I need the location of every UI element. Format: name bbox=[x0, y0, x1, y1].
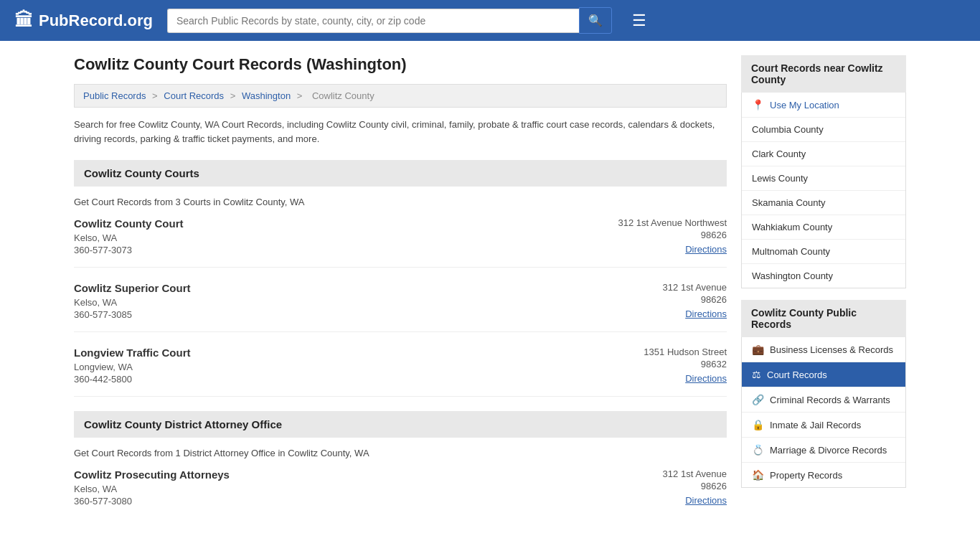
sidebar: Court Records near Cowlitz County 📍 Use … bbox=[741, 55, 906, 532]
logo-text: PubRecord.org bbox=[39, 11, 153, 30]
search-bar: 🔍 bbox=[167, 7, 612, 34]
inmate-label: Inmate & Jail Records bbox=[770, 420, 861, 430]
clark-label: Clark County bbox=[752, 149, 806, 159]
criminal-label: Criminal Records & Warrants bbox=[770, 395, 890, 405]
da-location-1: Kelso, WA bbox=[74, 484, 230, 494]
search-input[interactable] bbox=[167, 9, 579, 33]
da-name-1: Cowlitz Prosecuting Attorneys bbox=[74, 468, 230, 481]
marriage-label: Marriage & Divorce Records bbox=[770, 445, 887, 456]
court-entry-2: Cowlitz Superior Court Kelso, WA 360-577… bbox=[74, 282, 727, 332]
court-zip-3: 98632 bbox=[569, 359, 727, 369]
hamburger-button[interactable]: ☰ bbox=[626, 9, 652, 33]
criminal-icon: 🔗 bbox=[752, 394, 764, 405]
search-button[interactable]: 🔍 bbox=[579, 7, 612, 34]
court-name-1: Cowlitz County Court bbox=[74, 217, 183, 230]
da-zip-1: 98626 bbox=[569, 481, 727, 491]
da-directions-1[interactable]: Directions bbox=[685, 495, 727, 506]
breadcrumb: Public Records > Court Records > Washing… bbox=[74, 84, 727, 108]
sidebar-item-lewis[interactable]: Lewis County bbox=[742, 166, 905, 191]
lewis-label: Lewis County bbox=[752, 173, 808, 184]
court-phone-3: 360-442-5800 bbox=[74, 374, 191, 385]
court-info-1: Cowlitz County Court Kelso, WA 360-577-3… bbox=[74, 217, 183, 255]
court-info-3: Longview Traffic Court Longview, WA 360-… bbox=[74, 347, 191, 385]
sidebar-item-skamania[interactable]: Skamania County bbox=[742, 191, 905, 215]
court-icon: ⚖ bbox=[752, 369, 761, 380]
page-description: Search for free Cowlitz County, WA Court… bbox=[74, 118, 727, 146]
courts-section-header: Cowlitz County Courts bbox=[74, 160, 727, 187]
use-location-label: Use My Location bbox=[770, 100, 839, 110]
breadcrumb-public-records[interactable]: Public Records bbox=[83, 90, 146, 101]
sidebar-item-business[interactable]: 💼 Business Licenses & Records bbox=[742, 337, 905, 362]
court-street-2: 312 1st Avenue bbox=[569, 282, 727, 293]
wahkiakum-label: Wahkiakum County bbox=[752, 222, 832, 232]
property-label: Property Records bbox=[770, 470, 842, 481]
sidebar-pubrecords-header: Cowlitz County Public Records bbox=[741, 300, 906, 337]
location-pin-icon: 📍 bbox=[752, 99, 764, 110]
sidebar-pubrecords-list: 💼 Business Licenses & Records ⚖ Court Re… bbox=[741, 337, 906, 488]
sidebar-item-property[interactable]: 🏠 Property Records bbox=[742, 463, 905, 487]
court-name-3: Longview Traffic Court bbox=[74, 347, 191, 359]
court-entry-3: Longview Traffic Court Longview, WA 360-… bbox=[74, 347, 727, 397]
breadcrumb-sep-2: > bbox=[230, 90, 238, 101]
breadcrumb-sep-1: > bbox=[152, 90, 160, 101]
sidebar-item-columbia[interactable]: Columbia County bbox=[742, 118, 905, 142]
court-directions-1[interactable]: Directions bbox=[685, 244, 727, 255]
breadcrumb-washington[interactable]: Washington bbox=[242, 90, 291, 101]
sidebar-item-wahkiakum[interactable]: Wahkiakum County bbox=[742, 215, 905, 240]
sidebar-nearby-list: 📍 Use My Location Columbia County Clark … bbox=[741, 93, 906, 288]
property-icon: 🏠 bbox=[752, 469, 764, 481]
columbia-label: Columbia County bbox=[752, 124, 824, 135]
sidebar-item-washington[interactable]: Washington County bbox=[742, 264, 905, 288]
da-entry-1: Cowlitz Prosecuting Attorneys Kelso, WA … bbox=[74, 468, 727, 518]
court-street-3: 1351 Hudson Street bbox=[569, 347, 727, 357]
court-address-2: 312 1st Avenue 98626 Directions bbox=[569, 282, 727, 320]
site-logo[interactable]: 🏛 PubRecord.org bbox=[14, 9, 153, 32]
court-phone-2: 360-577-3085 bbox=[74, 309, 191, 320]
sidebar-item-court-records[interactable]: ⚖ Court Records bbox=[742, 362, 905, 387]
court-directions-2[interactable]: Directions bbox=[685, 309, 727, 319]
court-location-2: Kelso, WA bbox=[74, 297, 191, 308]
court-zip-2: 98626 bbox=[569, 294, 727, 305]
court-entry-1: Cowlitz County Court Kelso, WA 360-577-3… bbox=[74, 217, 727, 268]
washington-label: Washington County bbox=[752, 270, 833, 281]
court-phone-1: 360-577-3073 bbox=[74, 245, 183, 255]
main-container: Cowlitz County Court Records (Washington… bbox=[60, 41, 920, 547]
breadcrumb-sep-3: > bbox=[297, 90, 305, 101]
court-directions-3[interactable]: Directions bbox=[685, 373, 727, 384]
court-records-label: Court Records bbox=[767, 369, 827, 380]
inmate-icon: 🔒 bbox=[752, 419, 764, 430]
skamania-label: Skamania County bbox=[752, 197, 826, 208]
courts-summary: Get Court Records from 3 Courts in Cowli… bbox=[74, 197, 727, 207]
sidebar-nearby-header: Court Records near Cowlitz County bbox=[741, 55, 906, 93]
marriage-icon: 💍 bbox=[752, 444, 764, 456]
business-label: Business Licenses & Records bbox=[770, 344, 893, 355]
sidebar-item-inmate[interactable]: 🔒 Inmate & Jail Records bbox=[742, 413, 905, 438]
sidebar-item-multnomah[interactable]: Multnomah County bbox=[742, 240, 905, 264]
da-address-1: 312 1st Avenue 98626 Directions bbox=[569, 468, 727, 507]
business-icon: 💼 bbox=[752, 344, 764, 355]
sidebar-item-criminal[interactable]: 🔗 Criminal Records & Warrants bbox=[742, 387, 905, 413]
logo-icon: 🏛 bbox=[14, 9, 33, 32]
court-location-3: Longview, WA bbox=[74, 362, 191, 372]
da-summary: Get Court Records from 1 District Attorn… bbox=[74, 448, 727, 458]
breadcrumb-court-records[interactable]: Court Records bbox=[164, 90, 224, 101]
da-phone-1: 360-577-3080 bbox=[74, 496, 230, 507]
court-zip-1: 98626 bbox=[569, 230, 727, 240]
breadcrumb-county: Cowlitz County bbox=[312, 90, 374, 101]
content-area: Cowlitz County Court Records (Washington… bbox=[74, 55, 727, 532]
court-address-3: 1351 Hudson Street 98632 Directions bbox=[569, 347, 727, 385]
da-street-1: 312 1st Avenue bbox=[569, 468, 727, 479]
court-address-1: 312 1st Avenue Northwest 98626 Direction… bbox=[569, 217, 727, 255]
court-info-2: Cowlitz Superior Court Kelso, WA 360-577… bbox=[74, 282, 191, 320]
court-location-1: Kelso, WA bbox=[74, 232, 183, 243]
sidebar-item-clark[interactable]: Clark County bbox=[742, 142, 905, 166]
court-street-1: 312 1st Avenue Northwest bbox=[569, 217, 727, 228]
sidebar-item-use-location[interactable]: 📍 Use My Location bbox=[742, 93, 905, 118]
site-header: 🏛 PubRecord.org 🔍 ☰ bbox=[0, 0, 980, 41]
sidebar-item-marriage[interactable]: 💍 Marriage & Divorce Records bbox=[742, 438, 905, 463]
court-name-2: Cowlitz Superior Court bbox=[74, 282, 191, 294]
multnomah-label: Multnomah County bbox=[752, 246, 830, 257]
da-info-1: Cowlitz Prosecuting Attorneys Kelso, WA … bbox=[74, 468, 230, 507]
page-title: Cowlitz County Court Records (Washington… bbox=[74, 55, 727, 74]
da-section-header: Cowlitz County District Attorney Office bbox=[74, 411, 727, 438]
